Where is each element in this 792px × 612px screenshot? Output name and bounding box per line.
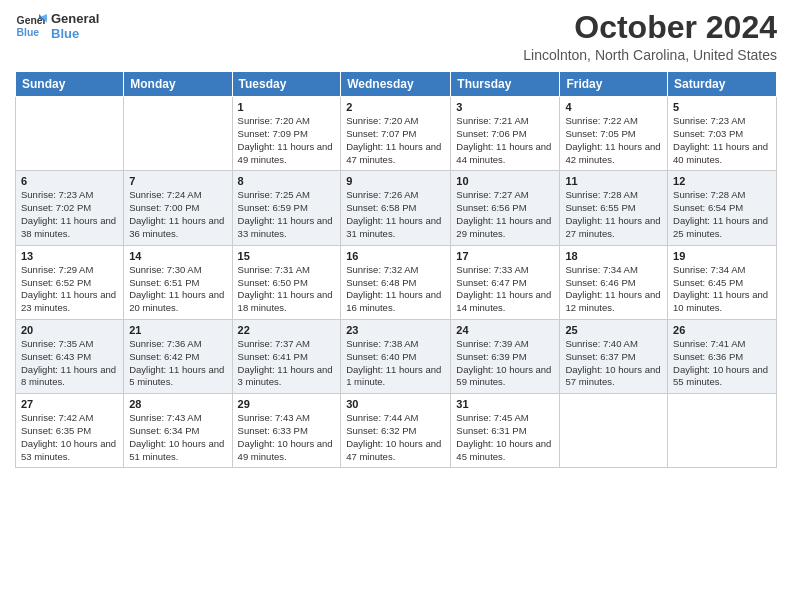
day-info: Sunrise: 7:38 AM Sunset: 6:40 PM Dayligh… [346, 338, 445, 389]
table-row: 15Sunrise: 7:31 AM Sunset: 6:50 PM Dayli… [232, 245, 341, 319]
day-number: 12 [673, 175, 771, 187]
table-row: 2Sunrise: 7:20 AM Sunset: 7:07 PM Daylig… [341, 97, 451, 171]
table-row: 30Sunrise: 7:44 AM Sunset: 6:32 PM Dayli… [341, 394, 451, 468]
header-monday: Monday [124, 72, 232, 97]
svg-text:Blue: Blue [17, 27, 40, 38]
page: General Blue General Blue October 2024 L… [0, 0, 792, 612]
day-info: Sunrise: 7:34 AM Sunset: 6:46 PM Dayligh… [565, 264, 662, 315]
table-row: 22Sunrise: 7:37 AM Sunset: 6:41 PM Dayli… [232, 319, 341, 393]
day-number: 2 [346, 101, 445, 113]
day-info: Sunrise: 7:42 AM Sunset: 6:35 PM Dayligh… [21, 412, 118, 463]
header-friday: Friday [560, 72, 668, 97]
day-number: 20 [21, 324, 118, 336]
day-number: 1 [238, 101, 336, 113]
calendar-week-row: 27Sunrise: 7:42 AM Sunset: 6:35 PM Dayli… [16, 394, 777, 468]
day-info: Sunrise: 7:41 AM Sunset: 6:36 PM Dayligh… [673, 338, 771, 389]
day-number: 26 [673, 324, 771, 336]
table-row: 4Sunrise: 7:22 AM Sunset: 7:05 PM Daylig… [560, 97, 668, 171]
day-info: Sunrise: 7:43 AM Sunset: 6:33 PM Dayligh… [238, 412, 336, 463]
table-row: 19Sunrise: 7:34 AM Sunset: 6:45 PM Dayli… [668, 245, 777, 319]
table-row: 16Sunrise: 7:32 AM Sunset: 6:48 PM Dayli… [341, 245, 451, 319]
table-row: 6Sunrise: 7:23 AM Sunset: 7:02 PM Daylig… [16, 171, 124, 245]
day-info: Sunrise: 7:24 AM Sunset: 7:00 PM Dayligh… [129, 189, 226, 240]
logo-icon: General Blue [15, 10, 47, 42]
calendar-week-row: 13Sunrise: 7:29 AM Sunset: 6:52 PM Dayli… [16, 245, 777, 319]
calendar-week-row: 6Sunrise: 7:23 AM Sunset: 7:02 PM Daylig… [16, 171, 777, 245]
header-tuesday: Tuesday [232, 72, 341, 97]
day-info: Sunrise: 7:33 AM Sunset: 6:47 PM Dayligh… [456, 264, 554, 315]
calendar-week-row: 1Sunrise: 7:20 AM Sunset: 7:09 PM Daylig… [16, 97, 777, 171]
day-number: 11 [565, 175, 662, 187]
calendar-header-row: Sunday Monday Tuesday Wednesday Thursday… [16, 72, 777, 97]
table-row: 24Sunrise: 7:39 AM Sunset: 6:39 PM Dayli… [451, 319, 560, 393]
table-row: 25Sunrise: 7:40 AM Sunset: 6:37 PM Dayli… [560, 319, 668, 393]
day-number: 24 [456, 324, 554, 336]
day-info: Sunrise: 7:21 AM Sunset: 7:06 PM Dayligh… [456, 115, 554, 166]
day-info: Sunrise: 7:36 AM Sunset: 6:42 PM Dayligh… [129, 338, 226, 389]
table-row [124, 97, 232, 171]
day-number: 13 [21, 250, 118, 262]
day-number: 25 [565, 324, 662, 336]
table-row: 12Sunrise: 7:28 AM Sunset: 6:54 PM Dayli… [668, 171, 777, 245]
day-info: Sunrise: 7:35 AM Sunset: 6:43 PM Dayligh… [21, 338, 118, 389]
table-row: 3Sunrise: 7:21 AM Sunset: 7:06 PM Daylig… [451, 97, 560, 171]
table-row [560, 394, 668, 468]
day-info: Sunrise: 7:20 AM Sunset: 7:07 PM Dayligh… [346, 115, 445, 166]
day-number: 31 [456, 398, 554, 410]
logo-blue: Blue [51, 26, 99, 41]
day-number: 15 [238, 250, 336, 262]
day-number: 27 [21, 398, 118, 410]
header-thursday: Thursday [451, 72, 560, 97]
table-row: 7Sunrise: 7:24 AM Sunset: 7:00 PM Daylig… [124, 171, 232, 245]
day-info: Sunrise: 7:44 AM Sunset: 6:32 PM Dayligh… [346, 412, 445, 463]
day-number: 9 [346, 175, 445, 187]
day-number: 3 [456, 101, 554, 113]
table-row: 20Sunrise: 7:35 AM Sunset: 6:43 PM Dayli… [16, 319, 124, 393]
table-row [668, 394, 777, 468]
table-row: 21Sunrise: 7:36 AM Sunset: 6:42 PM Dayli… [124, 319, 232, 393]
day-number: 23 [346, 324, 445, 336]
day-info: Sunrise: 7:22 AM Sunset: 7:05 PM Dayligh… [565, 115, 662, 166]
day-number: 8 [238, 175, 336, 187]
day-number: 10 [456, 175, 554, 187]
day-number: 22 [238, 324, 336, 336]
day-info: Sunrise: 7:27 AM Sunset: 6:56 PM Dayligh… [456, 189, 554, 240]
day-info: Sunrise: 7:31 AM Sunset: 6:50 PM Dayligh… [238, 264, 336, 315]
table-row: 18Sunrise: 7:34 AM Sunset: 6:46 PM Dayli… [560, 245, 668, 319]
day-number: 18 [565, 250, 662, 262]
calendar-table: Sunday Monday Tuesday Wednesday Thursday… [15, 71, 777, 468]
day-number: 4 [565, 101, 662, 113]
header-saturday: Saturday [668, 72, 777, 97]
table-row: 5Sunrise: 7:23 AM Sunset: 7:03 PM Daylig… [668, 97, 777, 171]
table-row: 8Sunrise: 7:25 AM Sunset: 6:59 PM Daylig… [232, 171, 341, 245]
table-row: 27Sunrise: 7:42 AM Sunset: 6:35 PM Dayli… [16, 394, 124, 468]
day-number: 5 [673, 101, 771, 113]
table-row: 28Sunrise: 7:43 AM Sunset: 6:34 PM Dayli… [124, 394, 232, 468]
day-number: 29 [238, 398, 336, 410]
table-row: 17Sunrise: 7:33 AM Sunset: 6:47 PM Dayli… [451, 245, 560, 319]
table-row: 14Sunrise: 7:30 AM Sunset: 6:51 PM Dayli… [124, 245, 232, 319]
day-info: Sunrise: 7:23 AM Sunset: 7:02 PM Dayligh… [21, 189, 118, 240]
day-number: 28 [129, 398, 226, 410]
day-info: Sunrise: 7:39 AM Sunset: 6:39 PM Dayligh… [456, 338, 554, 389]
day-info: Sunrise: 7:29 AM Sunset: 6:52 PM Dayligh… [21, 264, 118, 315]
day-info: Sunrise: 7:26 AM Sunset: 6:58 PM Dayligh… [346, 189, 445, 240]
title-block: October 2024 Lincolnton, North Carolina,… [523, 10, 777, 63]
table-row: 10Sunrise: 7:27 AM Sunset: 6:56 PM Dayli… [451, 171, 560, 245]
day-info: Sunrise: 7:23 AM Sunset: 7:03 PM Dayligh… [673, 115, 771, 166]
day-info: Sunrise: 7:40 AM Sunset: 6:37 PM Dayligh… [565, 338, 662, 389]
day-number: 14 [129, 250, 226, 262]
table-row: 1Sunrise: 7:20 AM Sunset: 7:09 PM Daylig… [232, 97, 341, 171]
table-row: 9Sunrise: 7:26 AM Sunset: 6:58 PM Daylig… [341, 171, 451, 245]
calendar-week-row: 20Sunrise: 7:35 AM Sunset: 6:43 PM Dayli… [16, 319, 777, 393]
day-info: Sunrise: 7:28 AM Sunset: 6:55 PM Dayligh… [565, 189, 662, 240]
day-number: 19 [673, 250, 771, 262]
logo-general: General [51, 11, 99, 26]
day-number: 16 [346, 250, 445, 262]
header-sunday: Sunday [16, 72, 124, 97]
table-row [16, 97, 124, 171]
day-info: Sunrise: 7:25 AM Sunset: 6:59 PM Dayligh… [238, 189, 336, 240]
day-number: 21 [129, 324, 226, 336]
table-row: 11Sunrise: 7:28 AM Sunset: 6:55 PM Dayli… [560, 171, 668, 245]
day-info: Sunrise: 7:30 AM Sunset: 6:51 PM Dayligh… [129, 264, 226, 315]
